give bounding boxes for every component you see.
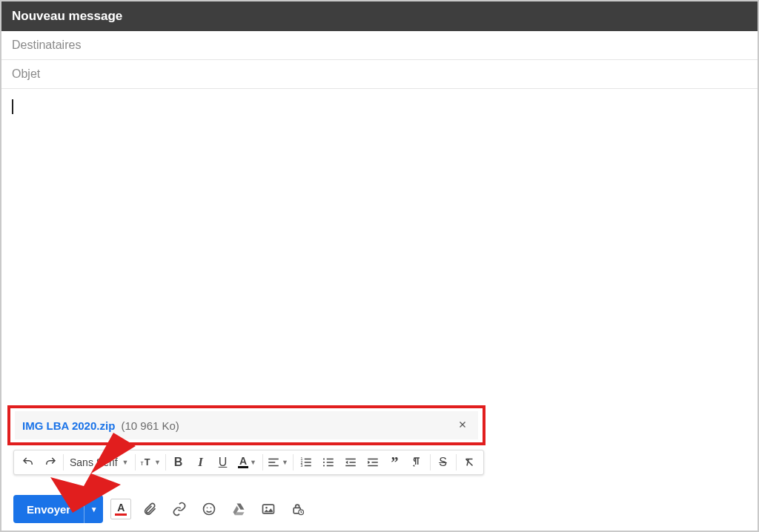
italic-button[interactable]: I (190, 452, 212, 473)
attachment-label: IMG LBA 2020.zip (10 961 Ko) (22, 419, 179, 432)
window-titlebar: Nouveau message (1, 1, 758, 31)
window-title: Nouveau message (12, 9, 122, 23)
close-icon (457, 419, 468, 430)
insert-drive-button[interactable] (228, 498, 250, 520)
svg-point-6 (322, 462, 324, 463)
strikethrough-button[interactable]: S (432, 452, 454, 473)
font-family-dropdown[interactable]: Sans Serif ▼ (65, 456, 133, 468)
insert-photo-button[interactable] (257, 498, 279, 520)
message-body-area[interactable] (1, 89, 758, 124)
compose-window: Nouveau message IMG LBA 2020.zip (10 961… (0, 0, 759, 532)
chevron-down-icon: ▼ (154, 459, 161, 466)
drive-icon (231, 502, 246, 516)
numbered-list-icon: 123 (299, 456, 313, 469)
toolbar-separator (430, 454, 431, 471)
indent-decrease-button[interactable] (339, 452, 362, 473)
quote-icon: ” (391, 459, 399, 466)
paperclip-icon (142, 502, 157, 516)
undo-icon (21, 456, 35, 469)
text-color-icon: A (238, 456, 248, 468)
undo-button[interactable] (17, 452, 39, 473)
svg-text:т: т (141, 459, 144, 467)
recipients-row[interactable] (1, 31, 758, 60)
indent-decrease-icon (344, 456, 357, 469)
compose-action-row: Envoyer ▼ A (13, 495, 309, 523)
font-family-label: Sans Serif (70, 456, 118, 468)
toolbar-separator (293, 454, 294, 471)
text-direction-button[interactable] (406, 452, 428, 473)
bulleted-list-icon (322, 456, 335, 469)
formatting-toolbar: Sans Serif ▼ тT ▼ B I U A ▼ ▼ 123 (13, 450, 484, 475)
recipients-input[interactable] (12, 39, 747, 52)
send-button[interactable]: Envoyer (13, 495, 84, 523)
attachment-file-size: (10 961 Ko) (121, 419, 179, 432)
svg-point-8 (204, 504, 215, 515)
underline-icon: U (219, 456, 228, 469)
text-format-icon: A (117, 502, 125, 513)
link-icon (172, 502, 187, 516)
chevron-down-icon: ▼ (282, 459, 288, 466)
svg-point-5 (322, 458, 324, 459)
subject-row[interactable] (1, 60, 758, 89)
numbered-list-button[interactable]: 123 (295, 452, 317, 473)
text-direction-icon (411, 456, 424, 469)
toolbar-separator (63, 454, 64, 471)
svg-point-7 (322, 465, 324, 466)
svg-point-9 (207, 508, 208, 509)
confidential-mode-button[interactable] (287, 498, 309, 520)
chevron-down-icon: ▼ (250, 459, 256, 466)
image-icon (261, 502, 276, 516)
bold-icon: B (174, 456, 183, 469)
strikethrough-icon: S (439, 456, 447, 469)
indent-increase-button[interactable] (362, 452, 384, 473)
quote-button[interactable]: ” (384, 452, 406, 473)
insert-emoji-button[interactable] (198, 498, 220, 520)
svg-text:3: 3 (300, 463, 302, 468)
toolbar-separator (135, 454, 136, 471)
font-size-icon: тT (139, 456, 153, 469)
attachment-remove-button[interactable] (454, 416, 471, 435)
indent-increase-icon (366, 456, 380, 469)
emoji-icon (202, 502, 216, 516)
lock-clock-icon (291, 502, 305, 516)
svg-point-12 (265, 507, 268, 509)
bold-button[interactable]: B (168, 452, 190, 473)
svg-text:T: T (145, 456, 150, 468)
send-more-dropdown[interactable]: ▼ (84, 495, 103, 523)
clear-formatting-icon (463, 456, 476, 469)
attachment-chip[interactable]: IMG LBA 2020.zip (10 961 Ko) (15, 411, 478, 439)
subject-input[interactable] (12, 67, 747, 81)
redo-icon (44, 456, 57, 469)
send-button-group: Envoyer ▼ (13, 495, 103, 523)
chevron-down-icon: ▼ (122, 459, 129, 466)
toolbar-separator (262, 454, 263, 471)
redo-button[interactable] (39, 452, 62, 473)
bulleted-list-button[interactable] (317, 452, 339, 473)
toolbar-separator (456, 454, 457, 471)
attachment-highlight-box: IMG LBA 2020.zip (10 961 Ko) (7, 405, 485, 445)
svg-point-10 (211, 508, 212, 509)
insert-link-button[interactable] (168, 498, 190, 520)
toolbar-separator (165, 454, 166, 471)
align-left-icon (267, 456, 280, 469)
text-cursor (12, 99, 13, 114)
attach-file-button[interactable] (139, 498, 161, 520)
text-color-dropdown[interactable]: A ▼ (234, 452, 261, 473)
font-size-dropdown[interactable]: тT ▼ (137, 452, 164, 473)
underline-button[interactable]: U (212, 452, 234, 473)
attachment-file-name: IMG LBA 2020.zip (22, 419, 115, 432)
clear-formatting-button[interactable] (458, 452, 480, 473)
formatting-options-button[interactable]: A (110, 499, 131, 519)
align-dropdown[interactable]: ▼ (265, 452, 291, 473)
italic-icon: I (198, 455, 203, 470)
chevron-down-icon: ▼ (90, 505, 98, 513)
